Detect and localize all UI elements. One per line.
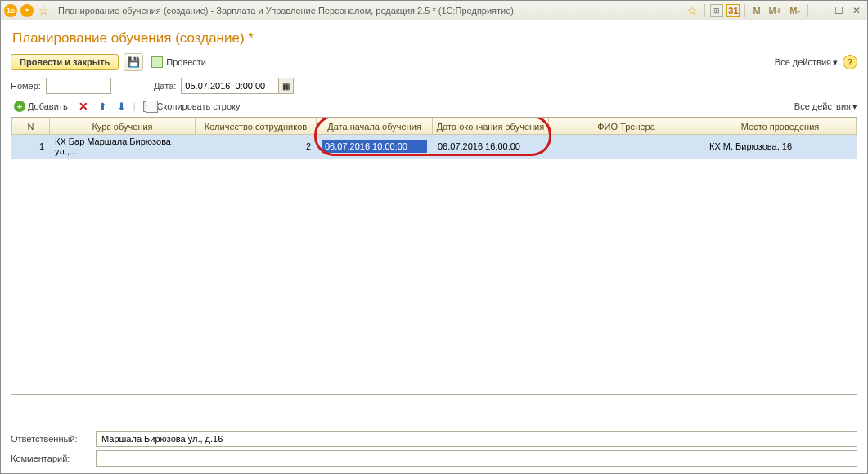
memory-mplus-button[interactable]: M+: [767, 6, 785, 16]
star-icon[interactable]: ☆: [685, 3, 699, 18]
comment-field[interactable]: [96, 450, 857, 467]
cell-trainer[interactable]: [549, 135, 704, 159]
close-icon[interactable]: ✕: [849, 3, 864, 18]
calendar-small-icon: ▦: [282, 82, 290, 91]
submit-close-button[interactable]: Провести и закрыть: [11, 54, 119, 70]
chevron-down-icon: ▾: [852, 101, 857, 112]
calculator-icon[interactable]: ⊞: [710, 4, 723, 17]
cell-start-edit[interactable]: 06.07.2016 10:00:00: [322, 140, 427, 153]
col-n[interactable]: N: [12, 118, 50, 135]
col-start[interactable]: Дата начала обучения: [317, 118, 433, 135]
col-count[interactable]: Количество сотрудников: [196, 118, 317, 135]
comment-label: Комментарий:: [11, 454, 92, 463]
post-button[interactable]: Провести: [148, 55, 209, 69]
command-bar: Провести и закрыть 💾 Провести Все действ…: [11, 53, 857, 71]
page-title: Планирование обучения (создание) *: [12, 30, 857, 47]
responsible-row: Ответственный:: [11, 431, 857, 447]
copy-icon: [143, 101, 154, 112]
calendar-icon[interactable]: 31: [726, 4, 740, 17]
copy-row-button[interactable]: Скопировать строку: [140, 100, 243, 114]
number-label: Номер:: [11, 81, 41, 91]
move-up-button[interactable]: ⬆: [96, 101, 110, 113]
window-title: Планирование обучения (создание) - Зарпл…: [58, 6, 514, 16]
col-trainer[interactable]: ФИО Тренера: [549, 118, 704, 135]
maximize-icon[interactable]: ☐: [831, 3, 846, 18]
number-field[interactable]: [46, 78, 111, 94]
table-all-actions-dropdown[interactable]: Все действия▾: [794, 101, 857, 112]
date-picker-button[interactable]: ▦: [279, 78, 294, 94]
cell-n[interactable]: 1: [12, 135, 50, 159]
comment-row: Комментарий:: [11, 450, 857, 467]
plus-icon: +: [14, 101, 25, 112]
move-down-button[interactable]: ⬇: [115, 101, 128, 113]
cell-end[interactable]: 06.07.2016 16:00:00: [433, 135, 549, 159]
table-wrap: N Курс обучения Количество сотрудников Д…: [11, 117, 857, 395]
responsible-field[interactable]: [96, 431, 857, 447]
header-fields: Номер: Дата: ▦: [11, 78, 857, 94]
date-field[interactable]: [181, 78, 279, 94]
delete-row-button[interactable]: ✕: [76, 100, 91, 113]
help-button[interactable]: ?: [843, 55, 857, 69]
col-course[interactable]: Курс обучения: [50, 118, 196, 135]
responsible-label: Ответственный:: [11, 434, 92, 444]
app-menu-dropdown-icon[interactable]: ▾: [20, 4, 34, 17]
cell-start[interactable]: 06.07.2016 10:00:00: [317, 135, 433, 159]
titlebar: 1c ▾ ☆ Планирование обучения (создание) …: [1, 1, 867, 20]
cell-place[interactable]: КХ М. Бирюзова, 16: [704, 135, 857, 159]
cell-course[interactable]: КХ Бар Маршала Бирюзова ул.,...: [50, 135, 196, 159]
add-row-button[interactable]: + Добавить: [11, 99, 71, 114]
date-label: Дата:: [154, 81, 176, 91]
minimize-icon[interactable]: —: [813, 3, 828, 18]
memory-mminus-button[interactable]: M-: [787, 6, 803, 16]
post-label: Провести: [166, 57, 206, 67]
app-logo-icon: 1c: [4, 4, 17, 17]
favorite-icon[interactable]: ☆: [37, 4, 50, 17]
col-place[interactable]: Место проведения: [704, 118, 857, 135]
save-button[interactable]: 💾: [124, 53, 143, 71]
memory-m-button[interactable]: M: [750, 6, 762, 16]
table-command-bar: + Добавить ✕ ⬆ ⬇ | Скопировать строку Вс…: [11, 99, 857, 114]
table-row[interactable]: 1 КХ Бар Маршала Бирюзова ул.,... 2 06.0…: [12, 135, 857, 159]
chevron-down-icon: ▾: [833, 57, 838, 68]
post-icon: [151, 56, 163, 68]
all-actions-dropdown[interactable]: Все действия▾: [775, 57, 838, 68]
table-header-row: N Курс обучения Количество сотрудников Д…: [12, 118, 857, 135]
training-table[interactable]: N Курс обучения Количество сотрудников Д…: [11, 118, 857, 159]
cell-count[interactable]: 2: [196, 135, 317, 159]
floppy-icon: 💾: [128, 56, 140, 68]
col-end[interactable]: Дата окончания обучения: [433, 118, 549, 135]
